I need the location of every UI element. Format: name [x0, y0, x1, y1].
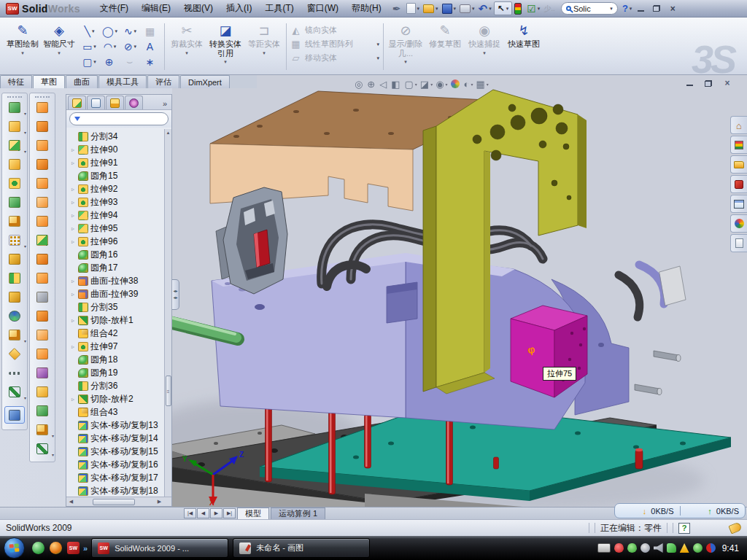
measure-tool-button[interactable] — [4, 406, 25, 424]
menu-item[interactable]: 窗口(W) — [301, 0, 345, 17]
tree-item[interactable]: 圆角16 — [70, 248, 171, 261]
model-tab[interactable]: 模型 — [237, 508, 269, 519]
toolbar-button[interactable] — [4, 215, 25, 228]
tree-item[interactable]: 圆角18 — [70, 353, 171, 366]
tree-item[interactable]: 分割36 — [70, 379, 171, 392]
tree-item[interactable]: ▹ 曲面-拉伸39 — [70, 287, 171, 300]
command-button[interactable]: ⊐ 等距实体 ▾ — [246, 20, 282, 65]
toolbar-button[interactable]: ▾ — [422, 1, 440, 16]
tree-item[interactable]: 实体-移动/复制15 — [70, 445, 171, 458]
menu-item[interactable]: 工具(T) — [258, 0, 300, 17]
tray-icon[interactable] — [627, 543, 637, 553]
toolbar-button[interactable] — [32, 329, 53, 341]
close-button[interactable]: × — [667, 4, 678, 14]
menu-item[interactable]: 视图(V) — [177, 0, 220, 17]
sketch-entity-button[interactable]: ⌣ — [120, 54, 140, 69]
tree-vertical-scrollbar[interactable]: ▲ ≡ — [164, 129, 171, 497]
command-button[interactable]: ↯ 快速草图 — [506, 20, 542, 65]
tab-nav-button[interactable]: ▶ — [210, 508, 222, 518]
toolbar-button[interactable] — [32, 177, 53, 190]
toolbar-button[interactable] — [32, 234, 53, 246]
toolbar-button[interactable] — [32, 272, 53, 284]
command-button[interactable]: ⊘ 显示/删除几... ▾ — [387, 20, 424, 65]
toolbar-button[interactable] — [32, 405, 53, 417]
scrollbar-thumb[interactable] — [93, 499, 135, 505]
toolbar-button[interactable] — [32, 386, 53, 398]
sketch-entity-button[interactable]: ◠▾ — [100, 39, 120, 54]
tree-item[interactable]: ▹ 拉伸96 — [70, 235, 171, 248]
toolbar-button[interactable] — [4, 196, 25, 209]
ribbon-tab[interactable]: 模具工具 — [98, 75, 147, 88]
quick-launch-icon[interactable] — [50, 542, 62, 554]
command-button[interactable]: ✎ 草图绘制 ▾ — [4, 20, 41, 56]
tray-icon[interactable] — [706, 543, 716, 553]
quick-launch-expand-icon[interactable]: » — [83, 544, 88, 553]
toolbar-button[interactable] — [32, 158, 53, 171]
toolbar-button[interactable]: ↖▾ — [494, 1, 513, 15]
toolbar-button[interactable] — [4, 177, 25, 190]
sketch-entity-button[interactable]: ▭▾ — [80, 39, 99, 54]
tree-item[interactable]: 实体-移动/复制18 — [70, 484, 171, 497]
tab-nav-button[interactable]: |◀ — [184, 508, 196, 518]
menu-item[interactable]: 帮助(H) — [345, 0, 388, 17]
tree-item[interactable]: ▹ 拉伸95 — [70, 222, 171, 235]
command-row-button[interactable]: ▦ 线性草图阵列 ▾ — [290, 39, 379, 50]
tree-item[interactable]: ▹ 拉伸90 — [70, 143, 171, 156]
toolbar-button[interactable]: ↶▾ — [477, 1, 493, 16]
menu-item[interactable]: 编辑(E) — [135, 0, 177, 17]
toolbar-button[interactable] — [4, 348, 25, 360]
toolbar-button[interactable]: ▾ — [4, 101, 25, 114]
sketch-entity-button[interactable]: ◯▾ — [100, 23, 120, 39]
toolbar-button[interactable]: ▾ — [4, 329, 25, 341]
toolbar-grip[interactable] — [7, 96, 22, 99]
toolbar-button[interactable] — [32, 291, 53, 303]
menu-item[interactable]: 文件(F) — [93, 0, 135, 17]
tray-icon[interactable] — [614, 543, 624, 553]
tree-item[interactable]: ▹ 拉伸97 — [70, 340, 171, 353]
toolbar-button[interactable] — [32, 120, 53, 133]
doc-restore-button[interactable] — [703, 78, 713, 88]
panel-splitter[interactable]: ◂▸◂▸ — [172, 279, 179, 310]
tree-item[interactable]: ▹ 拉伸91 — [70, 156, 171, 169]
quick-tips-icon[interactable]: ? — [678, 523, 690, 534]
menu-item[interactable]: 插入(I) — [220, 0, 258, 17]
tree-item[interactable]: ▹ 曲面-拉伸38 — [70, 274, 171, 287]
toolbar-button[interactable]: ▾ — [405, 1, 422, 16]
toolbar-button[interactable] — [32, 348, 53, 360]
toolbar-button[interactable]: ☑▾ — [525, 1, 541, 16]
tree-item[interactable]: 实体-移动/复制17 — [70, 471, 171, 484]
toolbar-button[interactable] — [513, 1, 525, 16]
command-button[interactable]: ✂ 剪裁实体 ▾ — [169, 20, 205, 65]
sketch-entity-button[interactable]: ▦ — [141, 23, 160, 39]
command-button[interactable]: ◉ 快速捕捉 ▾ — [466, 20, 503, 65]
toolbar-button[interactable] — [32, 310, 53, 322]
sketch-entity-button[interactable]: A — [141, 39, 160, 54]
tray-icon[interactable] — [667, 543, 676, 553]
toolbar-button[interactable]: ▾ — [4, 386, 25, 398]
sketch-entity-button[interactable]: ∿▾ — [120, 23, 140, 39]
toolbar-button[interactable]: ▾ — [4, 120, 25, 133]
sketch-entity-button[interactable]: ▢▾ — [80, 54, 99, 69]
tree-item[interactable]: 组合42 — [70, 327, 171, 340]
command-button[interactable]: ✎ 修复草图 — [427, 20, 463, 65]
tab-nav-button[interactable]: ▶| — [223, 508, 236, 518]
toolbar-button[interactable]: ▾ — [4, 139, 25, 152]
sketch-entity-button[interactable]: ⊕ — [100, 54, 120, 69]
ribbon-tab[interactable]: 草图 — [33, 75, 65, 88]
toolbar-button[interactable]: ▾ — [32, 424, 53, 436]
chevron-more-icon[interactable]: » — [163, 99, 170, 109]
toolbar-button[interactable] — [4, 291, 25, 303]
toolbar-button[interactable] — [32, 139, 53, 152]
tree-horizontal-scrollbar[interactable]: ◀ ▶ — [66, 497, 171, 506]
toolbar-button[interactable] — [4, 253, 25, 265]
toolbar-button[interactable] — [32, 196, 53, 209]
tree-item[interactable]: 分割34 — [70, 130, 171, 143]
toolbar-button[interactable]: ▾ — [32, 443, 53, 455]
tree-item[interactable]: ▹ 拉伸92 — [70, 182, 171, 195]
sketch-entity-button[interactable]: ╲▾ — [80, 23, 99, 39]
tag-icon[interactable] — [728, 521, 742, 534]
scroll-right-icon[interactable]: ▶ — [155, 499, 164, 505]
ribbon-tab[interactable]: 特征 — [0, 75, 32, 88]
tree-item[interactable]: 圆角15 — [70, 169, 171, 182]
tree-item[interactable]: 组合43 — [70, 405, 171, 419]
